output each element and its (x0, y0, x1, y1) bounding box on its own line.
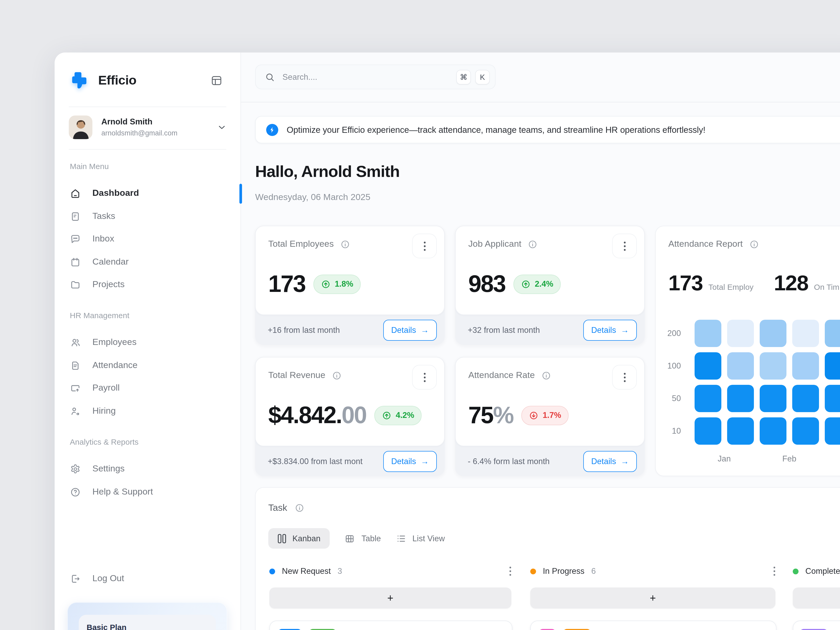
clipboard-icon (70, 211, 81, 222)
profile-text: Arnold Smith arnoldsmith@gmail.com (101, 117, 177, 137)
card-title: Attendance Rate (468, 370, 535, 381)
y-axis-label: 100 (656, 361, 681, 371)
heatmap-cell (759, 320, 786, 347)
delta-badge: 4.2% (374, 406, 422, 425)
column-kebab-button[interactable] (773, 567, 775, 576)
info-icon[interactable] (541, 370, 551, 381)
plan-card[interactable]: Basic Plan (67, 602, 227, 630)
details-button[interactable]: Details→ (383, 451, 437, 472)
card-footnote: +16 from last month (268, 325, 340, 335)
kanban-column-header-new-request: New Request 3 (269, 564, 512, 578)
heatmap-cell (825, 352, 840, 380)
shortcut-keys: ⌘ K (456, 69, 490, 84)
table-icon (345, 533, 355, 544)
divider (69, 149, 226, 150)
sidebar-item-label: Projects (92, 279, 125, 290)
users-icon (70, 337, 81, 348)
sidebar-item-tasks[interactable]: Tasks (70, 210, 230, 223)
column-kebab-button[interactable] (509, 567, 512, 576)
stat-value: 75% (468, 402, 513, 429)
collapse-sidebar-button[interactable] (210, 74, 223, 86)
sidebar-item-label: Calendar (92, 257, 129, 267)
info-icon[interactable] (527, 239, 538, 249)
bolt-icon (266, 124, 278, 136)
info-icon[interactable] (295, 503, 305, 513)
search-input[interactable]: Search.... ⌘ K (255, 65, 496, 89)
arrow-right-icon: → (421, 456, 429, 466)
user-arrow-icon (70, 406, 81, 417)
task-card[interactable] (793, 621, 840, 630)
promo-banner: Optimize your Efficio experience—track a… (255, 116, 840, 143)
sidebar-item-payroll[interactable]: Payroll (70, 381, 230, 395)
info-icon[interactable] (749, 239, 759, 249)
brand-row: Efficio (69, 68, 223, 92)
sidebar-item-help-support[interactable]: Help & Support (70, 485, 230, 499)
sidebar-item-inbox[interactable]: Inbox (70, 232, 230, 246)
details-button[interactable]: Details→ (583, 319, 637, 341)
tab-kanban[interactable]: Kanban (268, 528, 330, 549)
heatmap-cell (695, 385, 722, 412)
add-task-button-in-progress[interactable]: + (530, 587, 775, 608)
page-title: Hallo, Arnold Smith (255, 162, 399, 181)
search-placeholder: Search.... (283, 72, 317, 82)
kanban-icon (278, 534, 286, 543)
dashboard-page: Efficio Arnold Smith arnoldsmith@gmail.c… (0, 0, 840, 630)
task-card[interactable] (269, 621, 512, 630)
sidebar-item-settings[interactable]: Settings (70, 462, 230, 476)
user-email: arnoldsmith@gmail.com (101, 129, 177, 137)
info-icon[interactable] (332, 370, 341, 381)
sidebar-item-dashboard[interactable]: Dashboard (70, 186, 230, 200)
stat-card-total-revenue: Total Revenue $4.842.00 4.2% +$3.834.00 … (255, 357, 445, 476)
sidebar-item-calendar[interactable]: Calendar (70, 255, 230, 269)
heatmap-cell (792, 320, 819, 347)
sidebar-item-attendance[interactable]: Attendance (70, 358, 230, 372)
report-stat-ontime: 128 On Tim (774, 273, 840, 294)
sidebar-item-employees[interactable]: Employees (70, 335, 230, 349)
card-main: Job Applicant 983 2.4% (455, 226, 645, 315)
card-title: Total Revenue (268, 370, 325, 381)
info-icon[interactable] (340, 239, 350, 249)
add-task-button-new-request[interactable]: + (269, 587, 512, 608)
card-main: Total Employees 173 1.8% (255, 226, 445, 315)
card-title: Total Employees (268, 239, 334, 249)
kebab-menu-button[interactable] (612, 365, 637, 390)
arrow-right-icon: → (621, 456, 629, 466)
sidebar-item-label: Tasks (92, 211, 115, 221)
chevron-down-icon[interactable] (217, 122, 227, 132)
task-tag (538, 629, 556, 630)
card-footnote: - 6.4% form last month (468, 456, 549, 466)
task-tag (563, 629, 591, 630)
sidebar-item-label: Inbox (92, 234, 114, 244)
sidebar-item-label: Help & Support (92, 487, 153, 497)
divider (69, 107, 226, 107)
heatmap-cell (727, 385, 754, 412)
kebab-menu-button[interactable] (612, 234, 637, 258)
kebab-menu-button[interactable] (412, 365, 437, 390)
sidebar-item-projects[interactable]: Projects (70, 278, 230, 291)
sidebar-item-hiring[interactable]: Hiring (70, 404, 230, 418)
sidebar-item-label: Payroll (92, 383, 120, 393)
heatmap-cell (825, 320, 840, 347)
cmd-key: ⌘ (456, 69, 471, 84)
y-axis-label: 200 (656, 328, 681, 338)
details-button[interactable]: Details→ (583, 451, 637, 472)
arrow-right-icon: → (421, 325, 429, 335)
folder-icon (70, 279, 81, 290)
task-panel: Task Kanban Table List View (255, 487, 840, 630)
stat-card-total-employees: Total Employees 173 1.8% +16 from last m… (255, 226, 445, 345)
logout-button[interactable]: Log Out (70, 572, 230, 585)
kebab-menu-button[interactable] (412, 234, 437, 258)
user-profile[interactable]: Arnold Smith arnoldsmith@gmail.com (69, 111, 227, 143)
heatmap-cell (792, 385, 819, 412)
add-task-button-complete[interactable]: + (793, 587, 840, 608)
heatmap-cell (695, 320, 722, 347)
tab-table[interactable]: Table (345, 528, 381, 549)
stat-value: $4.842.00 (268, 402, 366, 429)
view-switcher: Kanban Table List View (268, 528, 445, 549)
card-footer: +16 from last month Details→ (255, 315, 445, 345)
efficio-logo-icon (69, 70, 89, 90)
details-button[interactable]: Details→ (383, 319, 437, 341)
tab-list-view[interactable]: List View (396, 528, 445, 549)
task-card[interactable] (530, 621, 777, 630)
status-dot (793, 568, 799, 574)
